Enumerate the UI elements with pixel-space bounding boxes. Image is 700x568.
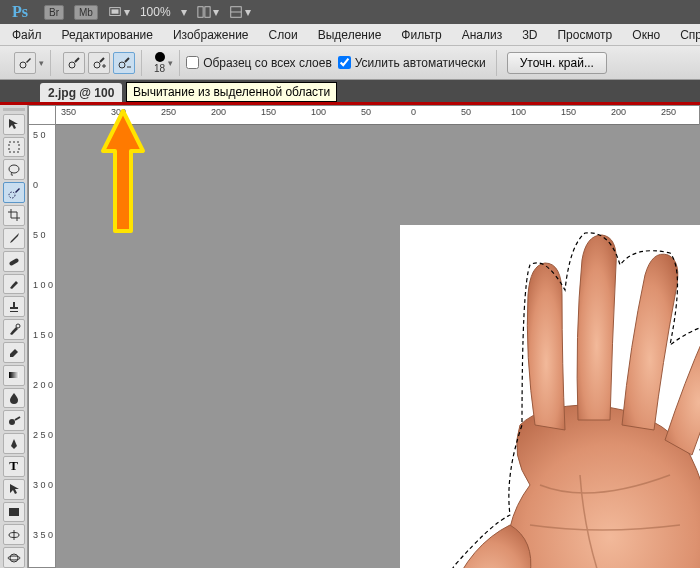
svg-point-11 (9, 165, 19, 173)
zoom-field[interactable]: 100% (140, 5, 171, 19)
sample-all-label: Образец со всех слоев (203, 56, 332, 70)
svg-rect-10 (9, 142, 19, 152)
ruler-h-tick: 250 (661, 107, 676, 117)
svg-point-8 (94, 62, 100, 68)
dodge-tool[interactable] (3, 410, 25, 431)
menu-layer[interactable]: Слои (261, 26, 306, 44)
minibridge-button[interactable]: Mb (74, 5, 98, 20)
3d-camera-tool[interactable] (3, 547, 25, 568)
svg-rect-3 (204, 7, 209, 18)
stamp-tool[interactable] (3, 296, 25, 317)
ruler-horizontal[interactable]: 350 300 250 200 150 100 50 0 50 100 150 … (56, 105, 700, 125)
add-selection-button[interactable] (88, 52, 110, 74)
menu-filter[interactable]: Фильтр (393, 26, 449, 44)
annotation-arrow (98, 106, 148, 236)
lasso-tool[interactable] (3, 159, 25, 180)
type-icon: T (9, 458, 18, 474)
3d-orbit-icon (7, 551, 21, 565)
ruler-h-tick: 50 (361, 107, 371, 117)
menu-help[interactable]: Справка (672, 26, 700, 44)
menu-bar: Файл Редактирование Изображение Слои Выд… (0, 24, 700, 46)
crop-tool[interactable] (3, 205, 25, 226)
refine-edge-button[interactable]: Уточн. край... (507, 52, 607, 74)
arrange-docs-dropdown[interactable]: ▾ (197, 5, 219, 19)
shape-tool[interactable] (3, 502, 25, 523)
ruler-v-tick: 0 (33, 180, 38, 190)
bridge-button[interactable]: Br (44, 5, 64, 20)
sample-all-layers-checkbox[interactable]: Образец со всех слоев (186, 56, 332, 70)
menu-window[interactable]: Окно (624, 26, 668, 44)
document-image (400, 225, 700, 568)
brush-tool[interactable] (3, 274, 25, 295)
quick-selection-icon (7, 186, 21, 200)
toolbox: T (0, 105, 28, 568)
ruler-corner (28, 105, 56, 125)
svg-point-16 (9, 419, 15, 425)
extras-dropdown[interactable]: ▾ (229, 5, 251, 19)
ruler-v-tick: 3 5 0 (33, 530, 53, 540)
ruler-h-tick: 150 (561, 107, 576, 117)
crop-icon (7, 208, 21, 222)
svg-rect-15 (9, 372, 19, 378)
toolbox-handle[interactable] (3, 108, 25, 111)
3d-rotate-icon (7, 528, 21, 542)
3d-tool[interactable] (3, 524, 25, 545)
ruler-h-tick: 50 (461, 107, 471, 117)
marquee-tool[interactable] (3, 137, 25, 158)
menu-3d[interactable]: 3D (514, 26, 545, 44)
new-selection-button[interactable] (63, 52, 85, 74)
menu-file[interactable]: Файл (4, 26, 50, 44)
ruler-h-tick: 100 (311, 107, 326, 117)
ruler-v-tick: 2 0 0 (33, 380, 53, 390)
auto-enhance-input[interactable] (338, 56, 351, 69)
gradient-tool[interactable] (3, 365, 25, 386)
svg-rect-13 (8, 258, 19, 266)
bandage-icon (7, 254, 21, 268)
menu-select[interactable]: Выделение (310, 26, 390, 44)
eraser-tool[interactable] (3, 342, 25, 363)
blur-tool[interactable] (3, 388, 25, 409)
arrow-icon (7, 482, 21, 496)
subtract-selection-button[interactable] (113, 52, 135, 74)
brush-dot-icon (155, 52, 165, 62)
svg-point-9 (119, 62, 125, 68)
type-tool[interactable]: T (3, 456, 25, 477)
marquee-icon (7, 140, 21, 154)
current-tool-icon[interactable] (14, 52, 36, 74)
ruler-h-tick: 200 (611, 107, 626, 117)
move-tool[interactable] (3, 114, 25, 135)
pen-tool[interactable] (3, 433, 25, 454)
svg-rect-2 (197, 7, 202, 18)
tooltip: Вычитание из выделенной области (126, 82, 337, 102)
menu-image[interactable]: Изображение (165, 26, 257, 44)
menu-edit[interactable]: Редактирование (54, 26, 161, 44)
svg-rect-1 (111, 9, 118, 13)
ruler-h-tick: 0 (411, 107, 416, 117)
sample-all-input[interactable] (186, 56, 199, 69)
svg-point-7 (69, 62, 75, 68)
svg-point-14 (16, 324, 20, 328)
svg-point-12 (9, 192, 15, 198)
screen-mode-dropdown[interactable]: ▾ (108, 5, 130, 19)
auto-enhance-checkbox[interactable]: Усилить автоматически (338, 56, 486, 70)
canvas[interactable] (56, 125, 700, 568)
pen-icon (7, 437, 21, 451)
eraser-icon (7, 345, 21, 359)
dodge-icon (7, 414, 21, 428)
eyedropper-tool[interactable] (3, 228, 25, 249)
svg-rect-17 (9, 508, 19, 516)
menu-analysis[interactable]: Анализ (454, 26, 511, 44)
path-selection-tool[interactable] (3, 479, 25, 500)
healing-tool[interactable] (3, 251, 25, 272)
ruler-h-tick: 350 (61, 107, 76, 117)
move-icon (7, 117, 21, 131)
history-brush-tool[interactable] (3, 319, 25, 340)
ruler-v-tick: 1 5 0 (33, 330, 53, 340)
brush-preset-picker[interactable]: 18 (154, 52, 165, 74)
menu-view[interactable]: Просмотр (549, 26, 620, 44)
droplet-icon (7, 391, 21, 405)
quick-selection-tool[interactable] (3, 182, 25, 203)
document-tab[interactable]: 2.jpg @ 100 (40, 83, 122, 102)
history-brush-icon (7, 323, 21, 337)
ruler-vertical[interactable]: 5 0 0 5 0 1 0 0 1 5 0 2 0 0 2 5 0 3 0 0 … (28, 125, 56, 568)
